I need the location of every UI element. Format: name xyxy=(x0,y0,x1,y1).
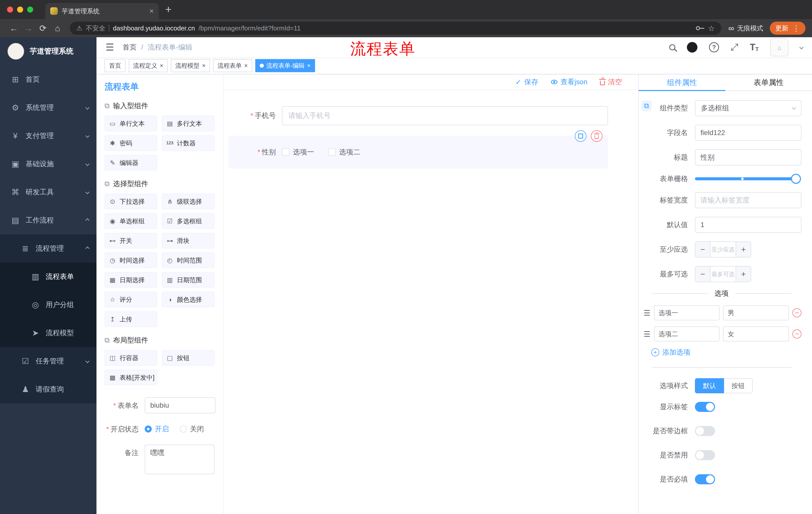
form-name-input[interactable] xyxy=(145,397,215,413)
close-window-button[interactable] xyxy=(7,6,13,12)
show-label-toggle[interactable] xyxy=(695,402,715,412)
component-textarea[interactable]: ▤多行文本 xyxy=(162,116,214,131)
option-2-name-input[interactable] xyxy=(654,326,720,342)
component-switch[interactable]: ⊷开关 xyxy=(105,233,157,248)
hamburger-icon[interactable]: ☰ xyxy=(106,42,114,53)
required-toggle[interactable] xyxy=(695,474,715,484)
add-option-button[interactable]: + 添加选项 xyxy=(651,348,802,357)
tag-process-form-edit[interactable]: 流程表单-编辑 × xyxy=(255,59,315,72)
max-select-stepper[interactable]: − 最多可选 + xyxy=(695,266,751,282)
sidebar-item-task-management[interactable]: ☑ 任务管理 xyxy=(0,347,96,375)
browser-tab[interactable]: 芋道管理系统 × xyxy=(45,3,159,19)
github-icon[interactable] xyxy=(687,42,697,53)
component-time-picker[interactable]: ◷时间选择 xyxy=(105,252,157,268)
new-tab-button[interactable]: + xyxy=(165,3,172,16)
max-select-value[interactable]: 最多可选 xyxy=(710,267,736,282)
sidebar-item-workflow[interactable]: ▤ 工作流程 xyxy=(0,206,96,234)
drag-handle-icon[interactable]: ☰ xyxy=(644,308,650,317)
component-row-container[interactable]: ◫行容器 xyxy=(105,350,157,366)
reload-icon[interactable]: ⟳ xyxy=(36,23,50,33)
sidebar-item-process-management[interactable]: ≣ 流程管理 xyxy=(0,234,96,263)
avatar[interactable]: ▵ xyxy=(770,38,788,56)
sidebar-item-process-model[interactable]: ➤ 流程模型 xyxy=(0,319,96,347)
component-checkbox-group[interactable]: ☑多选框组 xyxy=(162,213,214,229)
tag-process-model[interactable]: 流程模型 × xyxy=(171,59,210,72)
minus-icon[interactable]: − xyxy=(695,267,710,282)
sidebar-item-leave-query[interactable]: ♟ 请假查询 xyxy=(0,375,96,403)
component-button[interactable]: ▢按钮 xyxy=(162,350,214,366)
insecure-warning-icon[interactable]: ⚠ xyxy=(76,24,82,32)
with-border-toggle[interactable] xyxy=(695,426,715,436)
form-grid-slider[interactable] xyxy=(695,177,796,180)
window-controls[interactable] xyxy=(7,6,33,12)
title-input[interactable] xyxy=(695,150,802,165)
minimize-window-button[interactable] xyxy=(17,6,23,12)
component-upload[interactable]: ↥上传 xyxy=(105,311,157,327)
sidebar-item-home[interactable]: ⊞ 首页 xyxy=(0,65,96,93)
component-table[interactable]: ▩表格[开发中] xyxy=(105,370,157,385)
component-editor[interactable]: ✎编辑器 xyxy=(105,155,157,170)
component-date-picker[interactable]: ▦日期选择 xyxy=(105,272,157,288)
tab-close-icon[interactable]: × xyxy=(149,7,154,15)
status-off-radio[interactable]: 关闭 xyxy=(180,424,204,434)
tag-process-form[interactable]: 流程表单 × xyxy=(213,59,252,72)
help-icon[interactable]: ? xyxy=(709,42,719,52)
address-bar[interactable]: ⚠ 不安全 dashboard.yudao.iocoder.cn /bpm/ma… xyxy=(70,22,721,35)
sidebar-item-system[interactable]: ⚙ 系统管理 xyxy=(0,93,96,122)
component-date-range[interactable]: ▥日期范围 xyxy=(162,272,214,288)
link-icon[interactable]: ⧉ xyxy=(641,101,652,111)
drag-handle-icon[interactable]: ☰ xyxy=(644,330,650,339)
default-value-input[interactable] xyxy=(695,217,802,233)
gender-option-1-checkbox[interactable]: 选项一 xyxy=(282,147,314,157)
disabled-toggle[interactable] xyxy=(695,450,715,460)
minus-icon[interactable]: − xyxy=(695,242,710,257)
zoom-window-button[interactable] xyxy=(27,6,33,12)
sidebar-item-process-form[interactable]: ▥ 流程表单 xyxy=(0,263,96,291)
back-icon[interactable]: ← xyxy=(6,23,21,33)
browser-update-button[interactable]: 更新 ⋮ xyxy=(770,22,806,35)
plus-icon[interactable]: + xyxy=(736,242,751,257)
clear-button[interactable]: 清空 xyxy=(600,77,622,87)
phone-input[interactable] xyxy=(282,106,608,125)
sidebar-item-devtools[interactable]: ⌘ 研发工具 xyxy=(0,178,96,206)
tab-form-props[interactable]: 表单属性 xyxy=(725,75,812,90)
component-type-select[interactable]: 多选框组 xyxy=(695,100,802,116)
sidebar-item-infrastructure[interactable]: ▣ 基础设施 xyxy=(0,150,96,178)
field-phone[interactable]: *手机号 xyxy=(229,102,608,130)
browser-menu-icon[interactable]: ⋮ xyxy=(792,24,800,33)
tag-width-input[interactable] xyxy=(695,192,802,208)
component-counter[interactable]: 123计数器 xyxy=(162,135,214,151)
forward-icon[interactable]: → xyxy=(21,23,36,33)
plus-icon[interactable]: + xyxy=(736,267,751,282)
component-time-range[interactable]: ◴时间范围 xyxy=(162,252,214,268)
field-gender-selected[interactable]: *性别 选项一 选项二 xyxy=(229,136,608,168)
tab-component-props[interactable]: 组件属性 xyxy=(639,75,725,90)
avatar-caret-icon[interactable] xyxy=(800,45,804,50)
style-button-button[interactable]: 按钮 xyxy=(724,378,753,393)
close-icon[interactable]: × xyxy=(307,63,311,69)
slider-handle[interactable] xyxy=(791,174,801,184)
form-remark-textarea[interactable]: 嘿嘿 xyxy=(145,444,214,474)
save-button[interactable]: ✓保存 xyxy=(515,77,538,87)
style-default-button[interactable]: 默认 xyxy=(695,378,724,393)
min-select-value[interactable]: 至少应选 xyxy=(710,242,736,257)
option-2-value-input[interactable] xyxy=(723,326,789,342)
remove-option-icon[interactable]: − xyxy=(792,329,802,339)
field-name-input[interactable] xyxy=(695,125,802,141)
component-password[interactable]: ✱密码 xyxy=(105,135,157,151)
component-cascader[interactable]: ⋔级联选择 xyxy=(162,194,214,209)
component-rate[interactable]: ☆评分 xyxy=(105,292,157,307)
breadcrumb-home[interactable]: 首页 xyxy=(123,43,137,52)
gender-option-2-checkbox[interactable]: 选项二 xyxy=(328,147,360,157)
component-slider[interactable]: ⊶滑块 xyxy=(162,233,214,248)
option-1-value-input[interactable] xyxy=(723,305,789,320)
copy-field-button[interactable] xyxy=(575,130,586,142)
sidebar-item-payment[interactable]: ¥ 支付管理 xyxy=(0,122,96,150)
component-select[interactable]: ⊙下拉选择 xyxy=(105,194,157,209)
home-icon[interactable]: ⌂ xyxy=(50,23,65,33)
delete-field-button[interactable] xyxy=(591,130,603,142)
bookmark-star-icon[interactable]: ☆ xyxy=(708,24,715,33)
component-text-input[interactable]: ▭单行文本 xyxy=(105,116,157,131)
view-json-button[interactable]: 查看json xyxy=(551,77,587,87)
font-size-icon[interactable]: TT xyxy=(750,42,759,53)
